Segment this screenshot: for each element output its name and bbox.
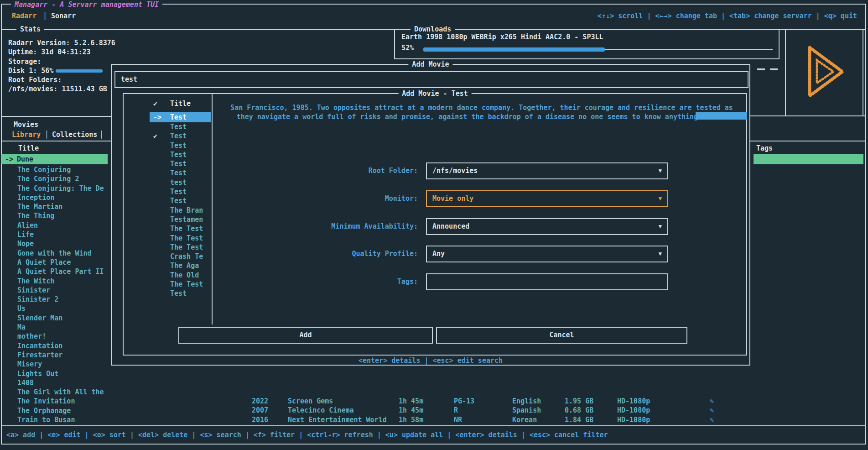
description-line: San Francisco, 1985. Two opposites attra…: [219, 103, 744, 112]
table-cell-runtime: 1h 58m: [399, 415, 423, 424]
movie-list-item[interactable]: Incantation: [17, 341, 111, 351]
result-title: Test: [170, 289, 187, 298]
root-folder-dropdown[interactable]: /nfs/movies ▼: [426, 162, 668, 179]
result-title: The Test: [170, 280, 203, 288]
tab-collections[interactable]: Collections: [52, 131, 97, 139]
stats-bottom-line-right: [750, 115, 866, 116]
search-result-item[interactable]: Test: [153, 159, 203, 168]
movie-list-item[interactable]: mother!: [17, 332, 111, 341]
search-result-item[interactable]: Test: [153, 141, 203, 150]
result-title: test: [170, 178, 187, 187]
result-title: Testamen: [170, 215, 203, 224]
table-row[interactable]: 2022Screen Gems1h 45mPG-13English1.95 GB…: [0, 397, 868, 406]
movie-list-item[interactable]: Life: [17, 230, 111, 239]
results-check-header: ✔: [153, 99, 157, 108]
chevron-down-icon: ▼: [659, 191, 662, 206]
search-result-item[interactable]: Test: [153, 196, 203, 205]
quality-profile-dropdown[interactable]: Any ▼: [426, 246, 668, 262]
root-folder-label: Root Folder:: [206, 166, 418, 175]
min-availability-dropdown[interactable]: Announced ▼: [426, 218, 668, 235]
monitor-label: Monitor:: [206, 194, 418, 203]
table-row[interactable]: 2007Telecinco Cinema1h 45mRSpanish0.68 G…: [0, 406, 868, 415]
search-result-item[interactable]: Test: [153, 187, 203, 196]
search-result-item[interactable]: The Test: [153, 280, 203, 289]
result-title: Test: [170, 141, 187, 150]
movie-list-item[interactable]: The Girl with All the: [17, 387, 111, 397]
search-result-item[interactable]: The Test: [153, 243, 203, 252]
result-title: Test: [170, 197, 187, 205]
tags-input[interactable]: [426, 273, 668, 290]
cancel-button[interactable]: Cancel: [436, 327, 687, 344]
chevron-down-icon: ▼: [659, 219, 662, 234]
search-result-item[interactable]: The Test: [153, 234, 203, 243]
movie-list-item[interactable]: Gone with the Wind: [17, 249, 111, 258]
result-title: Test: [170, 123, 187, 131]
movie-list-item[interactable]: A Quiet Place Part II: [17, 267, 111, 276]
monitor-dropdown[interactable]: Movie only ▼: [426, 190, 668, 207]
result-title: The Aga: [170, 262, 199, 270]
movie-list-item[interactable]: Us: [17, 304, 111, 313]
table-cell-size: 1.95 GB: [565, 397, 593, 406]
selected-result-row[interactable]: -> Test: [150, 112, 211, 122]
movie-list-item[interactable]: 1408: [17, 378, 111, 387]
movie-list: The ConjuringThe Conjuring 2The Conjurin…: [17, 165, 111, 424]
tab-library[interactable]: Library: [12, 131, 41, 139]
movie-list-item[interactable]: Misery: [17, 360, 111, 369]
movie-list-item[interactable]: The Conjuring: The De: [17, 184, 111, 193]
movie-list-item[interactable]: The Thing: [17, 211, 111, 220]
result-title: The Test: [170, 243, 203, 251]
movie-list-item[interactable]: Firestarter: [17, 351, 111, 360]
search-result-item[interactable]: The Aga: [153, 261, 203, 270]
add-button[interactable]: Add: [178, 327, 433, 344]
download-percent: 52%: [401, 44, 414, 52]
table-cell-runtime: 1h 45m: [399, 406, 423, 415]
edit-icon: ✎: [710, 397, 714, 406]
movie-description: San Francisco, 1985. Two opposites attra…: [219, 103, 744, 122]
search-result-item[interactable]: The Bran: [153, 206, 203, 215]
search-result-item[interactable]: The Test: [153, 224, 203, 233]
movie-list-item[interactable]: A Quiet Place: [17, 258, 111, 267]
search-result-item[interactable]: Test: [153, 289, 203, 298]
table-cell-quality: HD-1080p: [617, 406, 650, 415]
movie-list-item[interactable]: The Martian: [17, 202, 111, 211]
movie-list-item[interactable]: Ma: [17, 323, 111, 332]
search-result-item[interactable]: Crash Te: [153, 252, 203, 261]
search-result-item[interactable]: Test: [153, 168, 203, 178]
movie-list-item[interactable]: Lights Out: [17, 369, 111, 378]
selected-movie-title: Dune: [17, 154, 33, 164]
library-table-fragment: 2022Screen Gems1h 45mPG-13English1.95 GB…: [0, 397, 868, 424]
table-row[interactable]: 2016Next Entertainment World1h 58mNRKore…: [0, 415, 868, 424]
tab-sonarr[interactable]: Sonarr: [51, 12, 76, 20]
movie-list-item[interactable]: Sinister: [17, 286, 111, 295]
search-input[interactable]: test: [114, 71, 748, 88]
movie-list-item[interactable]: Nope: [17, 239, 111, 248]
tags-top-line: [750, 141, 866, 141]
search-result-item[interactable]: Test: [153, 122, 203, 131]
result-title: Test: [170, 160, 187, 168]
border-fragment: [757, 68, 765, 70]
movie-list-item[interactable]: The Conjuring: [17, 165, 111, 174]
stats-panel-title: Stats: [16, 25, 44, 34]
root-folders-label: Root Folders:: [8, 75, 115, 84]
search-result-item[interactable]: test: [153, 178, 203, 187]
search-result-item[interactable]: Testamen: [153, 215, 203, 224]
search-result-item[interactable]: Test: [153, 150, 203, 159]
movie-list-item[interactable]: Alien: [17, 221, 111, 230]
min-availability-label: Minimum Availability:: [206, 222, 418, 231]
uptime: Uptime: 31d 04:31:23: [8, 47, 115, 57]
tab-radarr[interactable]: Radarr: [12, 12, 36, 20]
selected-movie-row[interactable]: -> Dune: [1, 154, 108, 164]
border-fragment: [770, 68, 778, 70]
search-result-item[interactable]: The Old: [153, 271, 203, 280]
results-list: Test✔TestTestTestTestTesttestTestTestThe…: [153, 122, 203, 298]
top-keybinds: <↑↓> scroll | <←→> change tab | <tab> ch…: [598, 12, 857, 20]
search-result-item[interactable]: ✔Test: [153, 131, 203, 141]
movie-list-item[interactable]: Inception: [17, 193, 111, 202]
movie-list-item[interactable]: Sinister 2: [17, 295, 111, 304]
stats-panel: Radarr Version: 5.2.6.8376 Uptime: 31d 0…: [8, 38, 115, 94]
table-cell-language: Spanish: [512, 406, 541, 415]
table-cell-quality: HD-1080p: [617, 415, 650, 424]
movie-list-item[interactable]: The Conjuring 2: [17, 174, 111, 183]
movie-list-item[interactable]: The Witch: [17, 277, 111, 286]
movie-list-item[interactable]: Slender Man: [17, 314, 111, 323]
